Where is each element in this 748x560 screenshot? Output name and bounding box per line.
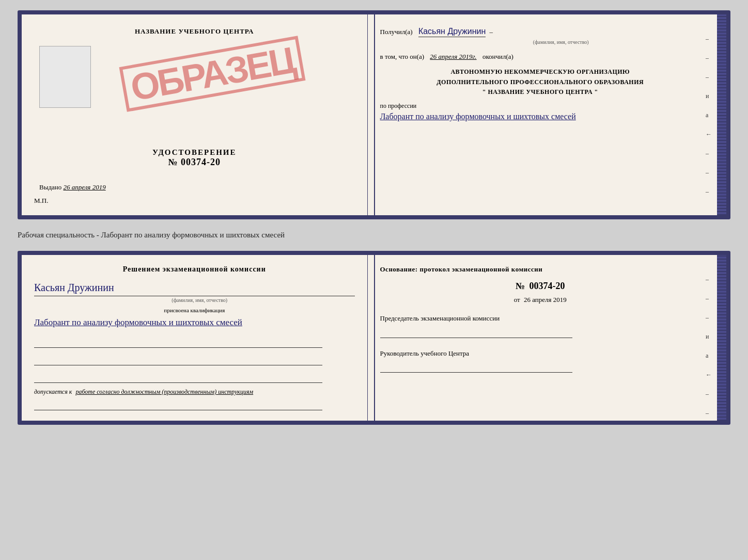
dopuskaetsya-prefix: допускается к: [34, 388, 72, 395]
mark-5: а: [706, 111, 712, 119]
bottom-name: Касьян Дружинин: [34, 282, 355, 296]
qual-value: Лаборант по анализу формовочных и шихтов…: [34, 315, 355, 330]
cert-number-value: 00374-20: [181, 157, 221, 167]
poluchil-line: Получил(а) Касьян Дружинин – (фамилия, и…: [380, 25, 701, 46]
cert-issued-date: 26 апреля 2019: [64, 183, 106, 191]
bottom-left-half: Решением экзаменационной комиссии Касьян…: [22, 255, 368, 421]
signature-lines: [34, 338, 355, 383]
bottom-document-card: Решением экзаменационной комиссии Касьян…: [18, 251, 730, 425]
obrazec-stamp: ОБРАЗЕЦ: [119, 36, 306, 112]
sig-line-1: [34, 338, 322, 348]
page-wrapper: НАЗВАНИЕ УЧЕБНОГО ЦЕНТРА ОБРАЗЕЦ УДОСТОВ…: [18, 10, 730, 425]
protocol-number-label: №: [516, 281, 525, 291]
mark-3: –: [706, 73, 712, 81]
mark-8: –: [706, 169, 712, 177]
org-line2: ДОПОЛНИТЕЛЬНОГО ПРОФЕССИОНАЛЬНОГО ОБРАЗО…: [380, 77, 701, 87]
protocol-date-prefix: от: [514, 296, 520, 303]
cert-id-box: [39, 46, 91, 108]
profession-value: Лаборант по анализу формовочных и шихтов…: [380, 110, 701, 123]
bmark-2: –: [706, 295, 712, 302]
mark-4: и: [706, 92, 712, 100]
mark-6: ←: [706, 131, 712, 138]
bmark-4: и: [706, 333, 712, 341]
bmark-1: –: [706, 276, 712, 283]
bmark-6: ←: [706, 371, 712, 379]
rukovoditel-sig-line: [380, 362, 572, 373]
mark-1: –: [706, 35, 712, 43]
qual-label: присвоена квалификация: [34, 307, 355, 313]
cert-issued-block: Выдано 26 апреля 2019: [34, 183, 355, 191]
rukovoditel-block: Руководитель учебного Центра: [380, 348, 701, 373]
predsedatel-block: Председатель экзаменационной комиссии: [380, 313, 701, 338]
protocol-date: от 26 апреля 2019: [380, 296, 701, 304]
mark-2: –: [706, 54, 712, 62]
cert-udostoverenie-label: УДОСТОВЕРЕНИЕ: [34, 148, 355, 157]
name-block: Касьян Дружинин (фамилия, имя, отчество): [34, 282, 355, 303]
fio-subtext-top: (фамилия, имя, отчество): [422, 38, 701, 46]
top-document-card: НАЗВАНИЕ УЧЕБНОГО ЦЕНТРА ОБРАЗЕЦ УДОСТОВ…: [18, 10, 730, 219]
decision-title: Решением экзаменационной комиссии: [34, 265, 355, 274]
top-left-half: НАЗВАНИЕ УЧЕБНОГО ЦЕНТРА ОБРАЗЕЦ УДОСТОВ…: [22, 14, 368, 215]
bmark-5: а: [706, 352, 712, 360]
bmark-3: –: [706, 314, 712, 322]
between-label: Рабочая специальность - Лаборант по анал…: [18, 229, 730, 242]
protocol-date-value: 26 апреля 2019: [524, 296, 567, 303]
dash-separator: –: [490, 28, 493, 36]
okonchil-label: окончил(а): [482, 53, 513, 60]
mp-label: М.П.: [34, 197, 355, 205]
bmark-7: –: [706, 390, 712, 398]
vtomchto-line: в том, что он(а) 26 апреля 2019г. окончи…: [380, 52, 701, 62]
protocol-number-value: 00374-20: [529, 281, 565, 291]
vtomchto-label: в том, что он(а): [380, 53, 425, 60]
mark-9: –: [706, 188, 712, 196]
org-block-title: АВТОНОМНУЮ НЕКОММЕРЧЕСКУЮ ОРГАНИЗАЦИЮ ДО…: [380, 67, 701, 97]
predsedatel-sig-line: [380, 328, 572, 338]
poluchil-label: Получил(а): [380, 28, 413, 36]
cert-number-symbol: №: [168, 157, 178, 167]
dopuskaetsya-text: работе согласно должностным (производств…: [75, 388, 253, 395]
bmark-8: –: [706, 409, 712, 417]
vtomchto-date: 26 апреля 2019г.: [430, 53, 476, 60]
fio-subtext-bottom: (фамилия, имя, отчество): [44, 297, 355, 303]
protocol-number: № 00374-20: [380, 281, 701, 292]
cert-stamp-area: ОБРАЗЕЦ: [34, 41, 355, 144]
dopuskaetsya-block: допускается к работе согласно должностны…: [34, 388, 355, 396]
poluchil-name: Касьян Дружинин: [418, 27, 486, 37]
bottom-right-half: Основание: протокол экзаменационной коми…: [368, 255, 727, 421]
cert-title: НАЗВАНИЕ УЧЕБНОГО ЦЕНТРА: [34, 27, 355, 36]
predsedatel-label: Председатель экзаменационной комиссии: [380, 313, 701, 324]
sig-line-2: [34, 355, 322, 365]
osnov-title: Основание: протокол экзаменационной коми…: [380, 265, 701, 274]
cert-number-display: № 00374-20: [34, 157, 355, 168]
top-right-half: Получил(а) Касьян Дружинин – (фамилия, и…: [368, 14, 727, 215]
sig-line-3: [34, 373, 322, 383]
rukovoditel-label: Руководитель учебного Центра: [380, 348, 701, 359]
mark-7: –: [706, 150, 712, 157]
right-side-marks: – – – и а ← – – –: [706, 35, 712, 196]
org-line3: " НАЗВАНИЕ УЧЕБНОГО ЦЕНТРА ": [380, 87, 701, 97]
cert-issued-label: Выдано: [39, 183, 61, 191]
profession-label: по профессии: [380, 102, 701, 110]
right-marks-bottom: – – – и а ← – – –: [706, 276, 712, 425]
org-line1: АВТОНОМНУЮ НЕКОММЕРЧЕСКУЮ ОРГАНИЗАЦИЮ: [380, 67, 701, 77]
sig-line-4: [34, 400, 322, 410]
